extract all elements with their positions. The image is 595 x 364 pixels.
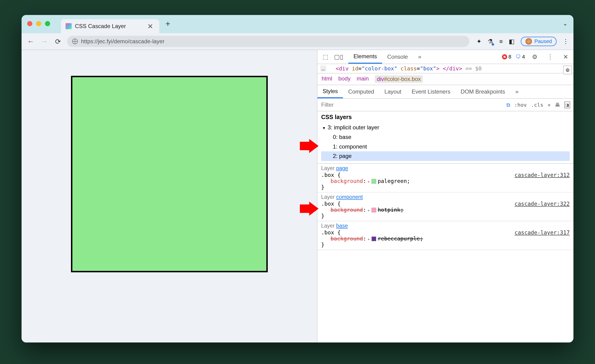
back-button[interactable]: ← <box>26 37 35 45</box>
color-box-element <box>71 76 268 272</box>
reload-button[interactable]: ⟳ <box>53 37 62 46</box>
rule-source-link[interactable]: cascade-layer:317 <box>515 229 570 236</box>
crumb-selected[interactable]: div#color-box.box <box>375 75 423 83</box>
rule-layer-header: Layer page <box>321 165 570 172</box>
playlist-icon[interactable]: ≡ <box>499 38 503 45</box>
layer-item-component[interactable]: 1: component <box>321 142 570 151</box>
tab-title: CSS Cascade Layer <box>75 23 143 29</box>
kebab-menu-button[interactable]: ⋮ <box>563 38 569 45</box>
layers-icon[interactable]: ⧉ <box>506 102 510 108</box>
globe-icon <box>72 39 78 44</box>
new-rule-button[interactable]: + <box>548 102 551 108</box>
dom-ellipsis[interactable]: … <box>320 66 326 72</box>
rule-close-brace: } <box>321 213 570 219</box>
style-rule[interactable]: Layer page .box { cascade-layer:312 back… <box>317 164 574 192</box>
device-toggle-icon[interactable]: ▢▯ <box>331 53 346 61</box>
dom-breadcrumb[interactable]: html body main div#color-box.box <box>317 74 574 85</box>
extensions-icon[interactable]: ✦ <box>476 38 482 45</box>
window-controls <box>27 21 61 27</box>
inspect-icon[interactable]: ⬚ <box>320 53 331 61</box>
tab-dom-breakpoints[interactable]: DOM Breakpoints <box>456 85 510 98</box>
cls-toggle[interactable]: .cls <box>531 102 544 108</box>
style-rules-list: Layer page .box { cascade-layer:312 back… <box>317 164 574 250</box>
rule-source-link[interactable]: cascade-layer:312 <box>515 172 570 178</box>
minimize-window-button[interactable] <box>36 21 41 26</box>
accessibility-icon[interactable]: ⊙ <box>563 66 572 74</box>
new-tab-button[interactable]: + <box>159 19 176 29</box>
layer-item-base[interactable]: 0: base <box>321 132 570 142</box>
browser-window: CSS Cascade Layer ✕ + ⌄ ← → ⟳ https://je… <box>21 15 574 343</box>
layer-item-page[interactable]: 2: page <box>321 151 570 161</box>
more-icon[interactable]: ⋮ <box>544 53 556 61</box>
styles-filter-bar: ⧉ :hov .cls + 🖶 ◨ <box>317 99 574 111</box>
rule-close-brace: } <box>321 184 570 190</box>
forward-button[interactable]: → <box>40 37 49 45</box>
rule-selector[interactable]: .box { <box>321 172 340 178</box>
layer-link[interactable]: component <box>336 194 363 200</box>
devtools-toolbar: ⬚ ▢▯ Elements Console » 8 4 ⚙ ⋮ ✕ <box>317 50 574 64</box>
rule-property[interactable]: background:rebeccapurple; <box>321 236 570 242</box>
annotation-arrow-1 <box>300 139 319 153</box>
favicon-icon <box>66 23 72 29</box>
tab-styles[interactable]: Styles <box>317 85 343 98</box>
tab-console[interactable]: Console <box>382 50 413 64</box>
crumb-html[interactable]: html <box>322 75 332 83</box>
toolbar-actions: ✦ ⚗ ≡ ◧ Paused ⋮ <box>474 37 569 46</box>
styles-tabs-overflow[interactable]: » <box>510 85 524 98</box>
devtools-panel: ⬚ ▢▯ Elements Console » 8 4 ⚙ ⋮ ✕ … <box>317 50 574 343</box>
crumb-main[interactable]: main <box>356 75 369 83</box>
style-rule[interactable]: Layer base .box { cascade-layer:317 back… <box>317 221 574 250</box>
close-window-button[interactable] <box>27 21 32 26</box>
close-tab-button[interactable]: ✕ <box>146 22 155 30</box>
crumb-body[interactable]: body <box>338 75 350 83</box>
url-field[interactable]: https://jec.fyi/demo/cascade-layer <box>67 36 469 47</box>
rule-selector[interactable]: .box { <box>321 201 340 207</box>
rule-property[interactable]: background:palegreen; <box>321 178 570 184</box>
tab-layout[interactable]: Layout <box>379 85 406 98</box>
layer-root-row[interactable]: 3: implicit outer layer <box>321 123 570 132</box>
rule-selector[interactable]: .box { <box>321 229 340 236</box>
layer-link[interactable]: base <box>336 223 348 229</box>
svg-marker-1 <box>300 202 319 216</box>
tab-event-listeners[interactable]: Event Listeners <box>406 85 455 98</box>
panel-icon[interactable]: ◧ <box>509 38 515 45</box>
sidebar-toggle-icon[interactable]: ◨ <box>564 102 570 108</box>
browser-tab[interactable]: CSS Cascade Layer ✕ <box>61 19 159 33</box>
maximize-window-button[interactable] <box>45 21 50 26</box>
settings-icon[interactable]: ⚙ <box>529 53 540 61</box>
style-rule[interactable]: Layer component .box { cascade-layer:322… <box>317 192 574 221</box>
hov-toggle[interactable]: :hov <box>514 102 527 108</box>
rule-close-brace: } <box>321 242 570 248</box>
profile-paused-pill[interactable]: Paused <box>521 37 557 46</box>
styles-tab-bar: Styles Computed Layout Event Listeners D… <box>317 85 574 99</box>
dom-tree-row[interactable]: … <div id="color-box" class="box"> </div… <box>317 64 574 74</box>
svg-marker-0 <box>300 139 319 153</box>
tab-computed[interactable]: Computed <box>343 85 379 98</box>
tab-strip: CSS Cascade Layer ✕ + ⌄ <box>21 15 574 33</box>
close-devtools-button[interactable]: ✕ <box>560 53 571 61</box>
address-bar: ← → ⟳ https://jec.fyi/demo/cascade-layer… <box>21 33 574 50</box>
rule-layer-header: Layer base <box>321 223 570 229</box>
errors-badge[interactable]: 8 <box>502 54 511 60</box>
css-layers-section: CSS layers 3: implicit outer layer 0: ba… <box>317 111 574 164</box>
rule-source-link[interactable]: cascade-layer:322 <box>515 201 570 207</box>
rule-property[interactable]: background:hotpink; <box>321 207 570 213</box>
annotation-arrow-2 <box>300 202 319 216</box>
styles-filter-input[interactable] <box>319 101 404 109</box>
tabs-overflow[interactable]: » <box>413 50 426 64</box>
issues-badge[interactable]: 4 <box>516 54 525 60</box>
rule-layer-header: Layer component <box>321 194 570 200</box>
tab-elements[interactable]: Elements <box>348 50 382 64</box>
css-layers-heading: CSS layers <box>321 114 570 120</box>
layer-link[interactable]: page <box>336 165 348 171</box>
paused-label: Paused <box>534 38 552 44</box>
tabs-dropdown-button[interactable]: ⌄ <box>563 20 568 28</box>
avatar-icon <box>525 38 532 45</box>
url-text: https://jec.fyi/demo/cascade-layer <box>81 38 164 45</box>
beaker-icon[interactable]: ⚗ <box>488 38 493 45</box>
page-viewport <box>21 50 317 343</box>
print-icon[interactable]: 🖶 <box>555 102 560 108</box>
